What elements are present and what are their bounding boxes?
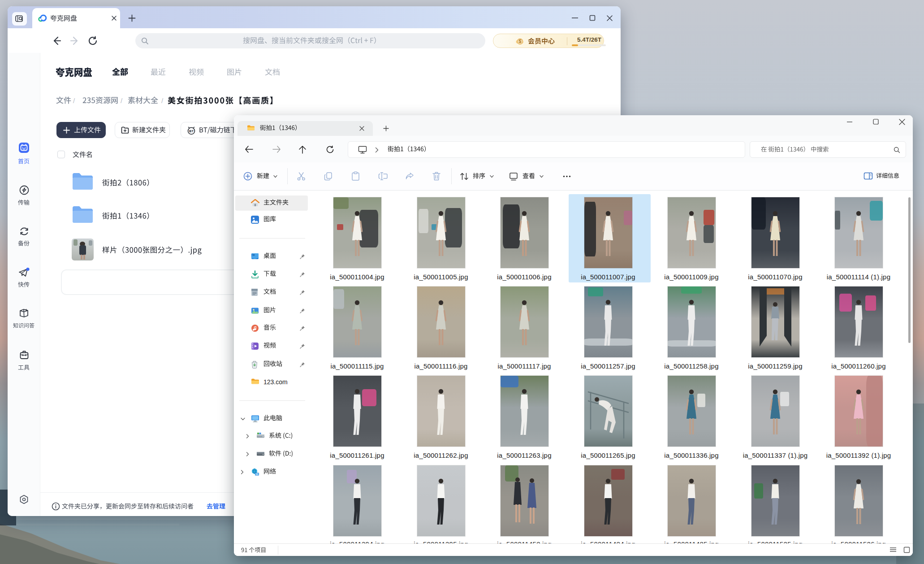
svg-text:BT: BT [189,129,194,133]
